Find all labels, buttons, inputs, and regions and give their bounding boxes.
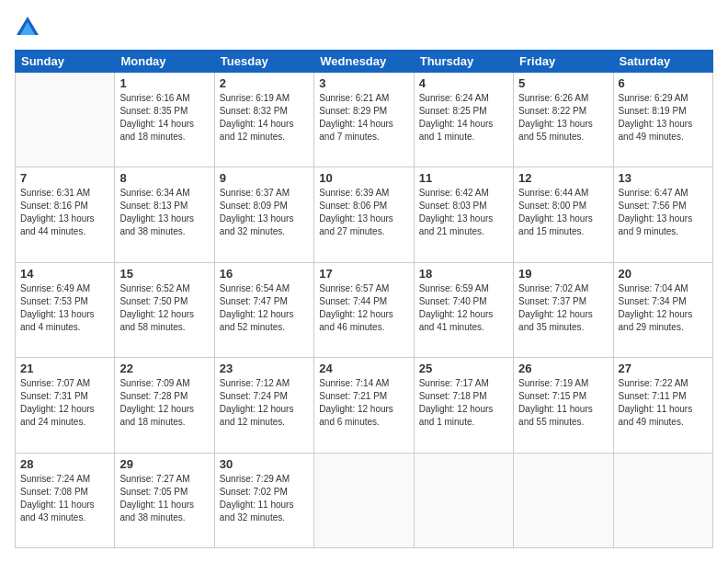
cell-info: Sunrise: 7:12 AM Sunset: 7:24 PM Dayligh… — [220, 377, 309, 429]
day-number: 30 — [220, 457, 309, 471]
cell-info: Sunrise: 6:26 AM Sunset: 8:22 PM Dayligh… — [518, 92, 608, 144]
calendar-table: SundayMondayTuesdayWednesdayThursdayFrid… — [15, 50, 713, 548]
calendar-cell: 26Sunrise: 7:19 AM Sunset: 7:15 PM Dayli… — [514, 358, 613, 453]
day-number: 25 — [419, 362, 508, 375]
day-number: 5 — [518, 76, 608, 90]
calendar-cell: 8Sunrise: 6:34 AM Sunset: 8:13 PM Daylig… — [115, 167, 214, 262]
calendar-cell: 18Sunrise: 6:59 AM Sunset: 7:40 PM Dayli… — [414, 262, 513, 357]
calendar-cell: 28Sunrise: 7:24 AM Sunset: 7:08 PM Dayli… — [16, 453, 115, 547]
calendar-cell: 1Sunrise: 6:16 AM Sunset: 8:35 PM Daylig… — [115, 73, 214, 167]
calendar-cell: 12Sunrise: 6:44 AM Sunset: 8:00 PM Dayli… — [514, 167, 613, 262]
calendar-cell: 2Sunrise: 6:19 AM Sunset: 8:32 PM Daylig… — [214, 73, 313, 167]
cell-info: Sunrise: 7:09 AM Sunset: 7:28 PM Dayligh… — [119, 377, 209, 429]
calendar-header-thursday: Thursday — [414, 51, 513, 73]
day-number: 15 — [119, 267, 209, 281]
day-number: 17 — [319, 267, 408, 281]
calendar-cell: 25Sunrise: 7:17 AM Sunset: 7:18 PM Dayli… — [414, 358, 513, 453]
day-number: 13 — [619, 171, 708, 185]
cell-info: Sunrise: 6:52 AM Sunset: 7:50 PM Dayligh… — [119, 282, 209, 334]
calendar-cell: 6Sunrise: 6:29 AM Sunset: 8:19 PM Daylig… — [613, 73, 712, 167]
day-number: 8 — [119, 171, 209, 185]
calendar-cell: 30Sunrise: 7:29 AM Sunset: 7:02 PM Dayli… — [214, 453, 313, 547]
calendar-header-row: SundayMondayTuesdayWednesdayThursdayFrid… — [16, 51, 713, 73]
calendar-cell: 29Sunrise: 7:27 AM Sunset: 7:05 PM Dayli… — [115, 453, 214, 547]
calendar-cell: 10Sunrise: 6:39 AM Sunset: 8:06 PM Dayli… — [314, 167, 414, 262]
calendar-cell: 16Sunrise: 6:54 AM Sunset: 7:47 PM Dayli… — [214, 262, 313, 357]
calendar-cell — [613, 453, 712, 547]
day-number: 10 — [319, 171, 408, 185]
cell-info: Sunrise: 6:29 AM Sunset: 8:19 PM Dayligh… — [619, 92, 708, 144]
calendar-header-saturday: Saturday — [613, 51, 712, 73]
calendar-cell: 23Sunrise: 7:12 AM Sunset: 7:24 PM Dayli… — [214, 358, 313, 453]
day-number: 11 — [419, 171, 508, 185]
cell-info: Sunrise: 7:22 AM Sunset: 7:11 PM Dayligh… — [619, 377, 708, 429]
calendar-cell: 20Sunrise: 7:04 AM Sunset: 7:34 PM Dayli… — [613, 262, 712, 357]
calendar-cell: 14Sunrise: 6:49 AM Sunset: 7:53 PM Dayli… — [16, 262, 115, 357]
cell-info: Sunrise: 6:31 AM Sunset: 8:16 PM Dayligh… — [20, 187, 109, 238]
day-number: 27 — [619, 362, 708, 375]
day-number: 23 — [220, 362, 309, 375]
calendar-week-2: 7Sunrise: 6:31 AM Sunset: 8:16 PM Daylig… — [16, 167, 713, 262]
calendar-week-4: 21Sunrise: 7:07 AM Sunset: 7:31 PM Dayli… — [16, 358, 713, 453]
cell-info: Sunrise: 6:59 AM Sunset: 7:40 PM Dayligh… — [419, 282, 508, 334]
day-number: 4 — [419, 76, 508, 90]
calendar-cell: 17Sunrise: 6:57 AM Sunset: 7:44 PM Dayli… — [314, 262, 414, 357]
day-number: 20 — [619, 267, 708, 281]
calendar-cell: 5Sunrise: 6:26 AM Sunset: 8:22 PM Daylig… — [514, 73, 613, 167]
cell-info: Sunrise: 6:21 AM Sunset: 8:29 PM Dayligh… — [319, 92, 408, 144]
calendar-header-tuesday: Tuesday — [214, 51, 313, 73]
day-number: 2 — [220, 76, 309, 90]
cell-info: Sunrise: 6:24 AM Sunset: 8:25 PM Dayligh… — [419, 92, 508, 144]
cell-info: Sunrise: 6:16 AM Sunset: 8:35 PM Dayligh… — [119, 92, 209, 144]
calendar-cell — [16, 73, 115, 167]
calendar-header-wednesday: Wednesday — [314, 51, 414, 73]
calendar-cell: 21Sunrise: 7:07 AM Sunset: 7:31 PM Dayli… — [16, 358, 115, 453]
calendar-cell: 19Sunrise: 7:02 AM Sunset: 7:37 PM Dayli… — [514, 262, 613, 357]
cell-info: Sunrise: 6:54 AM Sunset: 7:47 PM Dayligh… — [220, 282, 309, 334]
page: SundayMondayTuesdayWednesdayThursdayFrid… — [0, 0, 728, 563]
day-number: 26 — [518, 362, 608, 375]
logo-icon — [15, 15, 40, 40]
day-number: 18 — [419, 267, 508, 281]
calendar-cell — [514, 453, 613, 547]
calendar-header-sunday: Sunday — [16, 51, 115, 73]
cell-info: Sunrise: 6:37 AM Sunset: 8:09 PM Dayligh… — [220, 187, 309, 238]
calendar-header-monday: Monday — [115, 51, 214, 73]
day-number: 6 — [619, 76, 708, 90]
cell-info: Sunrise: 6:19 AM Sunset: 8:32 PM Dayligh… — [220, 92, 309, 144]
cell-info: Sunrise: 6:42 AM Sunset: 8:03 PM Dayligh… — [419, 187, 508, 238]
day-number: 7 — [20, 171, 109, 185]
day-number: 19 — [518, 267, 608, 281]
day-number: 28 — [20, 457, 109, 471]
cell-info: Sunrise: 7:02 AM Sunset: 7:37 PM Dayligh… — [518, 282, 608, 334]
calendar-cell: 11Sunrise: 6:42 AM Sunset: 8:03 PM Dayli… — [414, 167, 513, 262]
cell-info: Sunrise: 7:14 AM Sunset: 7:21 PM Dayligh… — [319, 377, 408, 429]
day-number: 16 — [220, 267, 309, 281]
cell-info: Sunrise: 7:29 AM Sunset: 7:02 PM Dayligh… — [220, 473, 309, 524]
cell-info: Sunrise: 7:27 AM Sunset: 7:05 PM Dayligh… — [119, 473, 209, 524]
calendar-cell: 15Sunrise: 6:52 AM Sunset: 7:50 PM Dayli… — [115, 262, 214, 357]
cell-info: Sunrise: 6:34 AM Sunset: 8:13 PM Dayligh… — [119, 187, 209, 238]
day-number: 24 — [319, 362, 408, 375]
day-number: 29 — [119, 457, 209, 471]
cell-info: Sunrise: 7:04 AM Sunset: 7:34 PM Dayligh… — [619, 282, 708, 334]
cell-info: Sunrise: 6:57 AM Sunset: 7:44 PM Dayligh… — [319, 282, 408, 334]
calendar-cell: 27Sunrise: 7:22 AM Sunset: 7:11 PM Dayli… — [613, 358, 712, 453]
calendar-cell: 9Sunrise: 6:37 AM Sunset: 8:09 PM Daylig… — [214, 167, 313, 262]
cell-info: Sunrise: 7:17 AM Sunset: 7:18 PM Dayligh… — [419, 377, 508, 429]
cell-info: Sunrise: 7:19 AM Sunset: 7:15 PM Dayligh… — [518, 377, 608, 429]
calendar-cell: 24Sunrise: 7:14 AM Sunset: 7:21 PM Dayli… — [314, 358, 414, 453]
cell-info: Sunrise: 6:39 AM Sunset: 8:06 PM Dayligh… — [319, 187, 408, 238]
cell-info: Sunrise: 7:07 AM Sunset: 7:31 PM Dayligh… — [20, 377, 109, 429]
day-number: 3 — [319, 76, 408, 90]
calendar-cell: 4Sunrise: 6:24 AM Sunset: 8:25 PM Daylig… — [414, 73, 513, 167]
calendar-header-friday: Friday — [514, 51, 613, 73]
day-number: 12 — [518, 171, 608, 185]
calendar-week-5: 28Sunrise: 7:24 AM Sunset: 7:08 PM Dayli… — [16, 453, 713, 547]
calendar-cell — [414, 453, 513, 547]
day-number: 1 — [119, 76, 209, 90]
cell-info: Sunrise: 6:47 AM Sunset: 7:56 PM Dayligh… — [619, 187, 708, 238]
day-number: 22 — [119, 362, 209, 375]
cell-info: Sunrise: 6:49 AM Sunset: 7:53 PM Dayligh… — [20, 282, 109, 334]
day-number: 21 — [20, 362, 109, 375]
